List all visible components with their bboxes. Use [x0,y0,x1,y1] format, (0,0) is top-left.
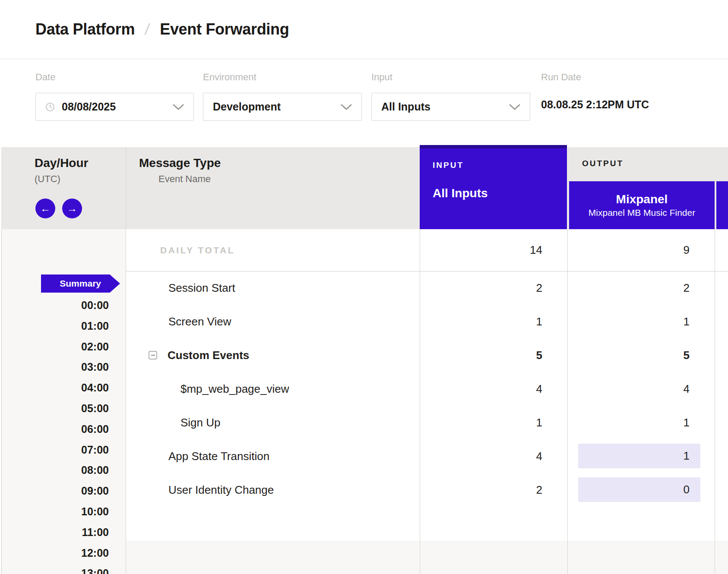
input-count: 2 [536,473,542,507]
hour-next-button[interactable]: → [62,199,82,218]
run-date-value: 08.08.25 2:12PM UTC [541,98,649,111]
breadcrumb-section[interactable]: Data Platform [35,20,135,38]
event-row: Sign Up11 [1,406,728,439]
page-title: Event Forwarding [160,20,289,38]
run-date-label: Run Date [541,72,581,83]
input-count: 4 [536,372,542,406]
output-column-header-mixpanel[interactable]: Mixpanel Mixpanel MB Music Finder [569,181,715,229]
input-section-label: INPUT [433,161,464,170]
breadcrumb-separator: / [144,20,151,38]
hour-row-label[interactable]: 11:00 [1,522,109,542]
input-count: 1 [536,305,542,338]
input-count: 1 [536,406,542,439]
output-count: 2 [684,271,690,305]
output-count: 0 [578,477,700,502]
output-count-highlight[interactable]: 1 [578,444,700,468]
date-dropdown-value: 08/08/2025 [62,101,116,113]
minus-square-icon[interactable] [149,351,157,360]
breadcrumb: Data Platform / Event Forwarding [35,0,289,59]
output-count: 4 [684,372,690,406]
event-name: Screen View [168,305,231,338]
output-count: 1 [578,444,700,468]
input-column-header[interactable]: INPUT All Inputs [420,145,567,229]
input-filter-label: Input [371,72,392,83]
event-name: Sign Up [180,406,221,439]
chevron-down-icon [509,104,520,110]
top-bar: Data Platform / Event Forwarding [0,0,728,59]
date-dropdown[interactable]: 08/08/2025 [35,93,194,121]
arrow-left-icon: ← [40,202,51,214]
event-row: Session Start22 [1,271,728,305]
daily-total-output-count: 9 [684,229,690,271]
hour-row-label[interactable]: 13:00 [1,563,109,574]
output-count-highlight[interactable]: 0 [578,477,700,502]
output-column-name: Mixpanel [616,193,668,205]
output-count: 5 [684,338,690,372]
environment-filter-label: Environment [203,72,256,83]
environment-dropdown-value: Development [213,101,281,113]
event-row: $mp_web_page_view44 [1,372,728,406]
output-column-header-partial[interactable] [716,181,728,229]
hour-prev-button[interactable]: ← [35,199,55,218]
input-column-accent-strip [420,145,567,148]
message-type-column-title: Message Type [139,156,221,170]
input-dropdown[interactable]: All Inputs [371,93,530,121]
input-dropdown-value: All Inputs [381,101,430,113]
event-forwarding-page: Data Platform / Event Forwarding Date En… [0,0,728,574]
day-hour-column-title: Day/Hour [35,156,88,170]
input-column-name: All Inputs [433,186,488,200]
input-count: 2 [536,271,542,305]
event-name: User Identity Change [168,473,274,507]
event-row: User Identity Change20 [1,473,728,507]
daily-total-label: DAILY TOTAL [160,229,235,271]
event-row: Custom Events55 [1,338,728,372]
output-column-subtitle: Mixpanel MB Music Finder [589,208,695,217]
input-count: 4 [536,439,542,473]
event-name: Session Start [168,271,235,305]
clock-icon [45,102,55,112]
date-filter-label: Date [35,72,55,83]
chevron-down-icon [341,104,352,110]
daily-total-input-count: 14 [530,229,542,271]
output-count: 1 [684,406,690,439]
environment-dropdown[interactable]: Development [203,93,362,121]
output-section-label: OUTPUT [582,159,624,168]
arrow-right-icon: → [67,202,77,214]
output-count: 1 [684,305,690,338]
event-name: App State Transition [168,439,269,473]
event-name: $mp_web_page_view [180,372,289,406]
day-hour-column-subtitle: (UTC) [35,173,60,185]
hour-row-label[interactable]: 12:00 [1,542,109,563]
event-row: App State Transition41 [1,439,728,473]
event-row: Screen View11 [1,305,728,338]
chevron-down-icon [173,104,184,110]
event-name: Custom Events [168,338,249,372]
event-name-column-subtitle: Event Name [158,173,211,185]
input-count: 5 [536,338,542,372]
